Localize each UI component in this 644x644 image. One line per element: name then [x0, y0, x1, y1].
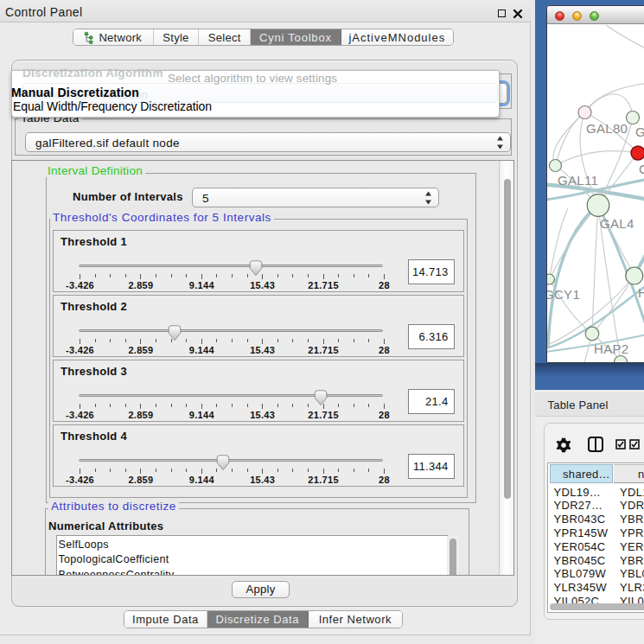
svg-text:GAL80: GAL80 — [586, 121, 628, 136]
svg-text:HAP2: HAP2 — [594, 341, 628, 356]
svg-text:GA: GA — [635, 124, 644, 139]
svg-text:GCY1: GCY1 — [547, 287, 580, 302]
svg-text:CR: CR — [639, 162, 644, 176]
svg-text:GAL4: GAL4 — [600, 216, 634, 231]
svg-text:GAL11: GAL11 — [558, 173, 598, 188]
svg-text:HI: HI — [638, 285, 644, 300]
